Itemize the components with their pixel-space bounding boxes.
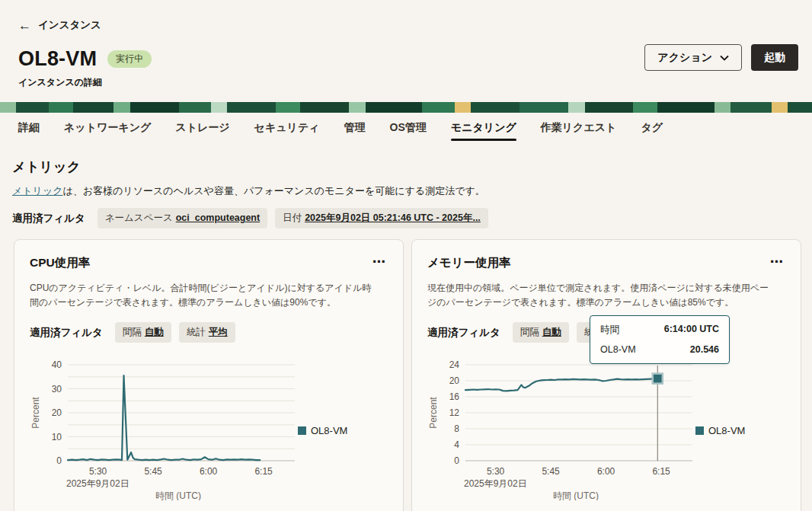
overflow-menu-icon[interactable]: ⋯ (766, 251, 788, 273)
chevron-down-icon (720, 55, 729, 61)
cpu-usage-chart[interactable]: 0102030405:305:456:006:152025年9月02日時間 (U… (30, 357, 388, 500)
status-badge: 実行中 (107, 50, 152, 67)
interval-chip[interactable]: 間隔自動 (115, 322, 171, 343)
filter-chip-namespace[interactable]: ネームスペースoci_computeagent (98, 208, 267, 228)
svg-text:0: 0 (454, 455, 459, 466)
metrics-section: メトリック メトリックは、お客様のリソースのヘルスや容量、パフォーマンスのモニタ… (0, 158, 812, 511)
memory-usage-card: メモリー使用率 ⋯ 現在使用中の領域。ページ単位で測定されます。使用済ページに対… (411, 239, 801, 511)
tooltip-time-label: 時間 (600, 324, 619, 337)
metrics-intro: メトリックは、お客様のリソースのヘルスや容量、パフォーマンスのモニターを可能にす… (12, 184, 798, 198)
chip-value[interactable]: 平均 (209, 327, 228, 337)
chip-value[interactable]: 自動 (145, 327, 164, 337)
svg-text:6:15: 6:15 (652, 466, 670, 477)
tab-work-requests[interactable]: 作業リクエスト (541, 113, 617, 143)
tab-os-management[interactable]: OS管理 (390, 113, 427, 143)
tab-storage[interactable]: ストレージ (175, 113, 229, 143)
tab-networking[interactable]: ネットワーキング (64, 113, 151, 143)
page-title: OL8-VM (18, 47, 97, 71)
chip-value[interactable]: 自動 (542, 327, 561, 337)
tab-details[interactable]: 詳細 (18, 113, 40, 143)
tooltip-series-value: 20.546 (690, 344, 719, 355)
decorative-banner (0, 102, 812, 113)
svg-text:30: 30 (52, 384, 62, 394)
chip-label: 日付 (283, 212, 302, 223)
svg-text:時間 (UTC): 時間 (UTC) (155, 490, 201, 500)
actions-button[interactable]: アクション (644, 44, 742, 71)
chip-label: ネームスペース (105, 212, 173, 223)
chip-value[interactable]: 2025年9月02日 05:21:46 UTC - 2025年... (305, 212, 481, 223)
launch-button[interactable]: 起動 (751, 44, 798, 71)
svg-text:5:30: 5:30 (487, 466, 505, 477)
chip-label: 間隔 (520, 327, 539, 337)
svg-text:OL8-VM: OL8-VM (311, 425, 347, 436)
svg-text:2025年9月02日: 2025年9月02日 (464, 478, 527, 489)
detail-tabs: 詳細 ネットワーキング ストレージ セキュリティ 管理 OS管理 モニタリング … (0, 113, 812, 143)
svg-text:10: 10 (52, 432, 62, 442)
metrics-doc-link[interactable]: メトリック (12, 185, 63, 196)
svg-text:24: 24 (449, 359, 460, 370)
actions-button-label: アクション (657, 51, 712, 65)
back-link-label: インスタンス (38, 18, 101, 32)
metrics-heading: メトリック (12, 158, 798, 176)
page-subtitle: インスタンスの詳細 (18, 76, 798, 89)
chip-label: 統計 (187, 327, 206, 337)
svg-text:4: 4 (454, 439, 459, 450)
svg-text:0: 0 (56, 455, 62, 466)
svg-text:OL8-VM: OL8-VM (708, 425, 745, 436)
memory-card-title: メモリー使用率 (427, 255, 785, 271)
back-link[interactable]: ← インスタンス (18, 18, 101, 32)
back-arrow-icon: ← (18, 19, 31, 32)
svg-text:5:30: 5:30 (89, 466, 107, 477)
cpu-usage-card: CPU使用率 ⋯ CPUのアクティビティ・レベル。合計時間(ビジーとアイドル)に… (14, 239, 404, 511)
applied-filters-label: 適用済フィルタ (12, 212, 85, 225)
chip-value[interactable]: oci_computeagent (176, 212, 260, 223)
svg-text:20: 20 (449, 375, 460, 386)
card-filters-label: 適用済フィルタ (30, 326, 103, 340)
tab-management[interactable]: 管理 (344, 113, 366, 143)
metrics-intro-text: は、お客様のリソースのヘルスや容量、パフォーマンスのモニターを可能にする測定法で… (63, 185, 485, 196)
svg-text:時間 (UTC): 時間 (UTC) (553, 490, 599, 500)
card-filters-label: 適用済フィルタ (427, 326, 500, 340)
cpu-card-title: CPU使用率 (30, 255, 388, 271)
tab-monitoring[interactable]: モニタリング (451, 113, 516, 143)
memory-card-description: 現在使用中の領域。ページ単位で測定されます。使用済ページに対する未使用ページのパ… (427, 281, 772, 309)
svg-text:16: 16 (449, 391, 460, 402)
interval-chip[interactable]: 間隔自動 (513, 322, 569, 343)
overflow-menu-icon[interactable]: ⋯ (368, 251, 391, 273)
statistic-chip[interactable]: 統計平均 (179, 322, 235, 343)
svg-text:12: 12 (449, 407, 460, 418)
applied-filters-row: 適用済フィルタ ネームスペースoci_computeagent 日付2025年9… (12, 208, 798, 228)
svg-text:40: 40 (52, 359, 62, 370)
tab-security[interactable]: セキュリティ (254, 113, 320, 143)
svg-text:Percent: Percent (30, 397, 41, 429)
svg-text:5:45: 5:45 (542, 466, 560, 477)
chip-label: 間隔 (123, 327, 142, 337)
memory-usage-chart[interactable]: 048121620245:305:456:006:152025年9月02日時間 … (427, 357, 785, 500)
chart-tooltip: 時間 6:14:00 UTC OL8-VM 20.546 (590, 315, 730, 364)
filter-chip-date[interactable]: 日付2025年9月02日 05:21:46 UTC - 2025年... (275, 208, 488, 228)
tab-tags[interactable]: タグ (641, 113, 663, 143)
page-header: ← インスタンス OL8-VM 実行中 インスタンスの詳細 アクション 起動 (0, 0, 812, 89)
svg-text:8: 8 (454, 423, 459, 434)
svg-text:20: 20 (52, 407, 62, 418)
svg-text:Percent: Percent (428, 397, 439, 429)
svg-text:6:15: 6:15 (254, 466, 273, 477)
svg-text:2025年9月02日: 2025年9月02日 (66, 478, 129, 489)
cpu-card-description: CPUのアクティビティ・レベル。合計時間(ビジーとアイドル)に対するアイドル時間… (30, 281, 374, 309)
svg-text:5:45: 5:45 (144, 466, 162, 477)
tooltip-time-value: 6:14:00 UTC (664, 324, 719, 337)
tooltip-series-label: OL8-VM (600, 344, 636, 355)
svg-text:6:00: 6:00 (597, 466, 615, 477)
svg-text:6:00: 6:00 (200, 466, 218, 477)
